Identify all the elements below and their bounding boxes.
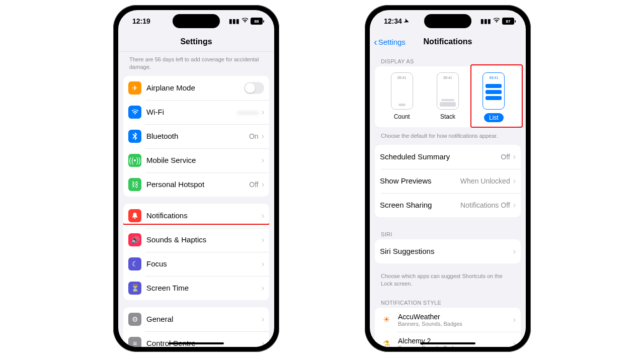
airplane-toggle[interactable] xyxy=(244,82,264,94)
wifi-icon xyxy=(242,18,249,25)
phone-frame-right: 12:34 ➤ ▮▮▮ 87 ‹ Settings Notifications … xyxy=(365,5,531,352)
row-app-alchemy[interactable]: ⚗ Alchemy 2 Banners, Sounds, Badges › xyxy=(375,332,521,347)
app-detail: Banners, Sounds, Badges xyxy=(398,321,462,327)
row-screen-time[interactable]: ⏳ Screen Time › xyxy=(123,276,269,300)
row-label: Notifications xyxy=(146,211,262,220)
chevron-right-icon: › xyxy=(513,339,516,347)
group-siri: Siri Suggestions › xyxy=(375,239,521,263)
chevron-right-icon: › xyxy=(262,132,264,141)
chevron-right-icon: › xyxy=(262,284,264,293)
section-display-as: DISPLAY AS xyxy=(375,51,521,66)
accuweather-icon: ☀ xyxy=(380,313,393,326)
chevron-right-icon: › xyxy=(262,235,264,244)
notifications-scroll[interactable]: DISPLAY AS 09:41 Count 09:41 xyxy=(370,51,526,347)
wifi-icon xyxy=(493,18,500,25)
row-value: When Unlocked xyxy=(460,177,510,185)
airplane-icon: ✈ xyxy=(128,81,141,95)
app-name: AccuWeather xyxy=(398,313,462,321)
home-indicator[interactable] xyxy=(420,342,475,344)
back-button[interactable]: ‹ Settings xyxy=(374,32,406,51)
chevron-right-icon: › xyxy=(513,176,516,186)
row-value: Off xyxy=(501,153,510,161)
chevron-right-icon: › xyxy=(262,156,264,165)
hourglass-icon: ⏳ xyxy=(128,282,141,295)
screen-left: 12:19 ▮▮▮ 88 Settings There are 56 days … xyxy=(118,10,274,347)
hotspot-value: Off xyxy=(249,180,258,189)
row-bluetooth[interactable]: Bluetooth On › xyxy=(123,124,269,148)
chevron-right-icon: › xyxy=(262,259,264,268)
chevron-right-icon: › xyxy=(513,315,516,324)
sliders-icon: ≡ xyxy=(128,337,141,347)
row-airplane-mode[interactable]: ✈ Airplane Mode xyxy=(123,76,269,100)
row-label: Focus xyxy=(146,259,262,268)
settings-scroll[interactable]: There are 56 days left to add coverage f… xyxy=(118,52,274,347)
row-scheduled-summary[interactable]: Scheduled Summary Off › xyxy=(375,145,521,169)
nav-bar: Settings xyxy=(118,32,274,52)
bluetooth-value: On xyxy=(249,132,259,140)
page-title: Notifications xyxy=(424,37,472,46)
back-label: Settings xyxy=(378,38,406,46)
row-label: General xyxy=(146,315,262,323)
row-label: Personal Hotspot xyxy=(146,180,249,189)
mini-time: 09:41 xyxy=(483,76,504,79)
phone-frame-left: 12:19 ▮▮▮ 88 Settings There are 56 days … xyxy=(113,5,279,352)
display-option-count[interactable]: 09:41 Count xyxy=(391,72,413,122)
row-label: Show Previews xyxy=(380,176,460,185)
row-sounds-haptics[interactable]: 🔊 Sounds & Haptics › xyxy=(123,228,269,252)
row-label: Screen Sharing xyxy=(380,201,460,209)
mini-time: 09:41 xyxy=(437,76,458,79)
gear-icon: ⚙ xyxy=(128,313,141,326)
home-indicator[interactable] xyxy=(169,342,224,344)
group-connectivity: ✈ Airplane Mode Wi-Fi ——— › Bluet xyxy=(123,76,269,197)
row-notifications[interactable]: Notifications › xyxy=(123,204,269,228)
chevron-right-icon: › xyxy=(262,211,264,220)
status-time: 12:34 xyxy=(384,17,402,25)
row-control-centre[interactable]: ≡ Control Centre › xyxy=(123,331,269,347)
chevron-left-icon: ‹ xyxy=(374,37,377,47)
wifi-icon xyxy=(128,106,141,119)
row-personal-hotspot[interactable]: ⛓ Personal Hotspot Off › xyxy=(123,172,269,197)
hotspot-icon: ⛓ xyxy=(128,178,141,191)
siri-hint: Choose which apps can suggest Shortcuts … xyxy=(375,270,521,293)
alchemy-icon: ⚗ xyxy=(380,337,393,347)
cell-signal-icon: ▮▮▮ xyxy=(229,18,239,25)
display-as-picker: 09:41 Count 09:41 Stack 09:41 xyxy=(375,66,521,127)
row-show-previews[interactable]: Show Previews When Unlocked › xyxy=(375,169,521,193)
row-general[interactable]: ⚙ General › xyxy=(123,307,269,331)
chevron-right-icon: › xyxy=(262,315,264,324)
group-general: ⚙ General › ≡ Control Centre › ☀ Display… xyxy=(123,307,269,347)
row-label: Siri Suggestions xyxy=(380,247,513,255)
group-apps: ☀ AccuWeather Banners, Sounds, Badges › … xyxy=(375,308,521,347)
cell-signal-icon: ▮▮▮ xyxy=(480,18,491,25)
display-as-hint: Choose the default for how notifications… xyxy=(375,129,521,145)
row-mobile-service[interactable]: ((•)) Mobile Service › xyxy=(123,148,269,172)
row-siri-suggestions[interactable]: Siri Suggestions › xyxy=(375,239,521,263)
row-app-accuweather[interactable]: ☀ AccuWeather Banners, Sounds, Badges › xyxy=(375,308,521,332)
row-wifi[interactable]: Wi-Fi ——— › xyxy=(123,100,269,124)
display-option-stack[interactable]: 09:41 Stack xyxy=(437,72,459,122)
bluetooth-icon xyxy=(128,130,141,143)
chevron-right-icon: › xyxy=(262,180,264,189)
nav-bar: ‹ Settings Notifications xyxy=(370,32,526,51)
chevron-right-icon: › xyxy=(513,247,516,256)
option-label: Stack xyxy=(440,113,455,120)
speaker-icon: 🔊 xyxy=(128,233,141,246)
row-screen-sharing[interactable]: Screen Sharing Notifications Off › xyxy=(375,193,521,217)
screen-right: 12:34 ➤ ▮▮▮ 87 ‹ Settings Notifications … xyxy=(370,10,526,347)
battery-icon: 87 xyxy=(502,18,516,25)
battery-icon: 88 xyxy=(251,18,264,25)
antenna-icon: ((•)) xyxy=(128,154,141,167)
option-label-selected: List xyxy=(484,113,504,122)
row-focus[interactable]: ☾ Focus › xyxy=(123,252,269,276)
row-value: Notifications Off xyxy=(460,201,510,209)
group-notif-options: Scheduled Summary Off › Show Previews Wh… xyxy=(375,145,521,217)
row-label: Mobile Service xyxy=(146,156,262,164)
dynamic-island xyxy=(173,14,220,28)
row-label: Airplane Mode xyxy=(146,83,244,92)
display-option-list[interactable]: 09:41 List xyxy=(482,72,505,122)
page-title: Settings xyxy=(180,37,212,46)
section-siri: SIRI xyxy=(375,224,521,239)
status-time: 12:19 xyxy=(132,17,150,25)
row-label: Bluetooth xyxy=(146,132,249,140)
dynamic-island xyxy=(424,14,471,28)
